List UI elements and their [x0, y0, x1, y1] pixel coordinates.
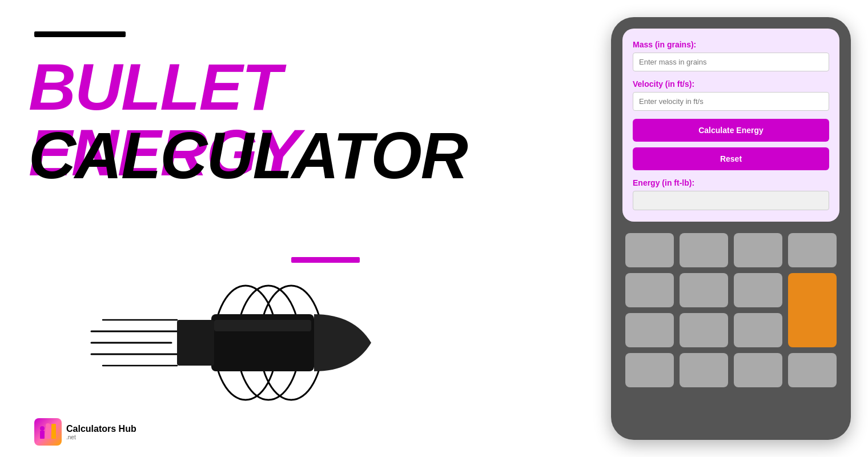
purple-bar-decoration — [291, 257, 360, 263]
energy-output — [633, 191, 829, 210]
key-2[interactable] — [680, 233, 728, 267]
calculator-screen: Mass (in grains): Velocity (in ft/s): Ca… — [622, 29, 839, 222]
logo-svg — [39, 423, 57, 441]
velocity-label: Velocity (in ft/s): — [633, 79, 829, 89]
svg-rect-9 — [177, 320, 214, 366]
svg-rect-12 — [46, 427, 50, 439]
key-8[interactable] — [625, 313, 674, 347]
calculator-device: Mass (in grains): Velocity (in ft/s): Ca… — [611, 17, 851, 440]
svg-rect-10 — [214, 320, 311, 331]
key-13[interactable] — [734, 353, 782, 387]
key-9[interactable] — [680, 313, 728, 347]
top-bar-decoration — [34, 31, 126, 37]
logo-container: Calculators Hub .net — [34, 418, 136, 446]
key-4[interactable] — [788, 233, 837, 267]
key-6[interactable] — [680, 273, 728, 307]
logo-calculators: Calculators Hub — [66, 424, 136, 434]
svg-point-14 — [40, 426, 45, 431]
bullet-svg — [80, 263, 411, 423]
energy-label: Energy (in ft-lb): — [633, 178, 829, 187]
bullet-illustration — [80, 263, 411, 423]
mass-label: Mass (in grains): — [633, 40, 829, 49]
logo-net: .net — [66, 434, 136, 440]
key-12[interactable] — [680, 353, 728, 387]
calculate-energy-button[interactable]: Calculate Energy — [633, 119, 829, 142]
key-1[interactable] — [625, 233, 674, 267]
left-section: BULLET ENERGY CALCULATOR — [23, 0, 565, 457]
key-3[interactable] — [734, 233, 782, 267]
reset-button[interactable]: Reset — [633, 147, 829, 170]
title-line2: CALCULATOR — [29, 123, 467, 189]
key-10[interactable] — [734, 313, 782, 347]
key-orange-1[interactable] — [788, 273, 837, 347]
key-7[interactable] — [734, 273, 782, 307]
key-5[interactable] — [625, 273, 674, 307]
logo-icon — [34, 418, 62, 446]
svg-rect-11 — [40, 431, 45, 439]
svg-point-15 — [46, 423, 50, 428]
velocity-input[interactable] — [633, 92, 829, 111]
svg-rect-13 — [51, 424, 56, 439]
logo-text: Calculators Hub .net — [66, 424, 136, 440]
key-14[interactable] — [788, 353, 837, 387]
key-11[interactable] — [625, 353, 674, 387]
mass-input[interactable] — [633, 53, 829, 71]
keypad — [622, 233, 839, 387]
